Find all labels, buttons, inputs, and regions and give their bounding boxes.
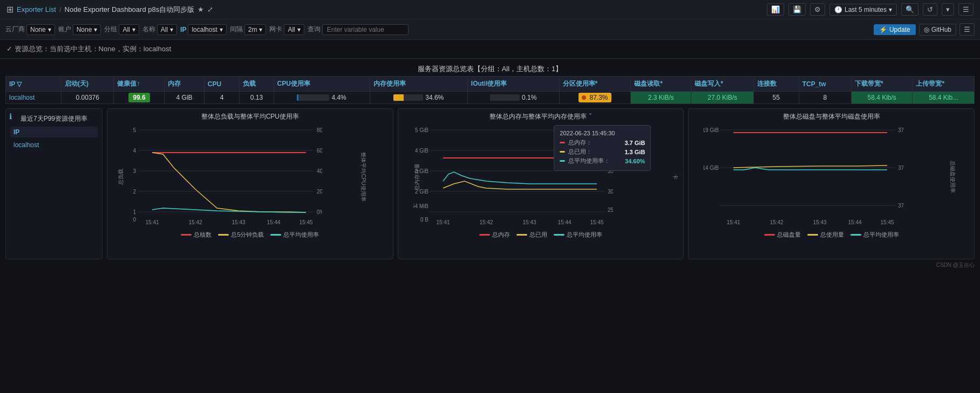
disk-legend-dot-used: [807, 234, 818, 236]
time-range-button[interactable]: 🕐 Last 5 minutes ▾: [829, 4, 897, 16]
mem-legend-label-used: 总已用: [529, 231, 547, 239]
update-label: Update: [889, 26, 910, 33]
cloud-value: None: [30, 26, 46, 33]
bar-chart-button[interactable]: 📊: [767, 3, 784, 16]
io-pct-label: 0.1%: [522, 94, 536, 101]
svg-text:4: 4: [133, 148, 136, 154]
breadcrumb-sep: /: [59, 5, 62, 13]
github-label: GitHub: [931, 26, 951, 33]
share-icon[interactable]: ⤢: [207, 5, 213, 13]
tooltip-time: 2022-06-23 15:45:30: [560, 130, 645, 136]
zoom-out-button[interactable]: 🔍: [901, 3, 918, 16]
update-button[interactable]: ⚡ Update: [874, 24, 916, 35]
header-right: 📊 💾 ⚙ 🕐 Last 5 minutes ▾ 🔍 ↺ ▾ ☰: [767, 3, 974, 16]
legend-item-cpu-avg: 总平均使用率: [270, 231, 319, 239]
cloud-select[interactable]: None ▾: [26, 24, 55, 35]
chevron-down-button[interactable]: ▾: [942, 3, 954, 16]
save-button[interactable]: 💾: [788, 3, 806, 16]
settings-button[interactable]: ⚙: [810, 3, 825, 16]
interval-select[interactable]: 2m ▾: [244, 24, 267, 35]
group-chevron: ▾: [132, 26, 135, 33]
interval-label: 间隔: [230, 25, 243, 34]
interval-chevron: ▾: [259, 26, 262, 33]
disk-legend-used: 总使用量: [807, 231, 844, 239]
refresh-button[interactable]: ↺: [923, 3, 937, 16]
col-download: 下载带宽*: [852, 77, 913, 92]
svg-text:80.0%: 80.0%: [317, 127, 322, 133]
memory-chart-title: 整体总内存与整体平均内存使用率 ˅: [403, 112, 679, 121]
disk-legend-label-used: 总使用量: [820, 231, 844, 239]
ip-list-header[interactable]: IP: [10, 127, 98, 137]
svg-text:5 GiB: 5 GiB: [415, 127, 428, 133]
query-label: 查询: [308, 25, 321, 34]
col-memory: 内存: [165, 77, 204, 92]
p99-panel: ℹ 最近7天P99资源使用率 IP localhost: [5, 108, 103, 259]
mem-legend-total: 总内存: [479, 231, 510, 239]
star-icon[interactable]: ★: [198, 5, 204, 13]
breadcrumb-part1: Exporter List: [17, 5, 56, 13]
svg-text:15:45: 15:45: [590, 219, 603, 225]
disk-legend-dot-total: [764, 234, 775, 236]
svg-text:60.0%: 60.0%: [317, 148, 322, 154]
nic-chevron: ▾: [297, 26, 301, 33]
svg-text:0%: 0%: [317, 209, 322, 215]
health-badge: 99.6: [128, 93, 149, 102]
account-select[interactable]: None ▾: [73, 24, 101, 35]
memory-tooltip: 2022-06-23 15:45:30 总内存： 3.7 GiB 总已用： 1.…: [554, 125, 651, 171]
group-label: 分组: [104, 25, 117, 34]
cpu-chart-panel: 整体总负载与整体平均CPU使用率 总负载 5 4 3 2 1 0: [107, 108, 393, 259]
mem-legend-used: 总已用: [516, 231, 547, 239]
cell-disk-write: 27.0 KiB/s: [691, 92, 754, 104]
tooltip-dot-used: [560, 151, 565, 153]
menu-button[interactable]: ☰: [958, 3, 974, 16]
cell-ip[interactable]: localhost: [6, 92, 62, 104]
svg-text:15:43: 15:43: [813, 219, 827, 225]
mem-legend-dot-total: [479, 234, 490, 236]
name-select[interactable]: All ▾: [157, 24, 177, 35]
tooltip-row-total: 总内存： 3.7 GiB: [560, 139, 645, 147]
svg-text:4 GiB: 4 GiB: [415, 148, 428, 154]
info-icon[interactable]: ℹ: [9, 112, 12, 121]
col-health[interactable]: 健康值↑: [114, 77, 165, 92]
cell-partition-pct: 87.3%: [559, 92, 631, 104]
query-input[interactable]: [322, 24, 409, 35]
clock-icon: 🕐: [834, 6, 842, 13]
ip-select[interactable]: localhost ▾: [188, 24, 226, 35]
tooltip-label-total: 总内存：: [568, 139, 592, 147]
github-button[interactable]: ◎ GitHub: [919, 24, 956, 36]
cell-health: 99.6: [114, 92, 165, 104]
tooltip-label-avg: 总平均使用率：: [568, 157, 610, 165]
partition-dot: [582, 95, 586, 100]
svg-text:15:42: 15:42: [479, 219, 493, 225]
svg-text:15:45: 15:45: [881, 219, 894, 225]
disk-svg: 19 GiB 14 GiB 37.3% 37.2% 37.1% 15:41 15…: [704, 125, 903, 227]
col-partition-pct: 分区使用率*: [559, 77, 631, 92]
tooltip-row-avg: 总平均使用率： 34.60%: [560, 157, 645, 165]
ip-chevron: ▾: [220, 26, 223, 33]
cell-cpu-pct: 4.4%: [274, 92, 370, 104]
account-chevron: ▾: [94, 26, 97, 33]
mem-legend-label-avg: 总平均使用率: [567, 231, 602, 239]
svg-text:40.0%: 40.0%: [317, 168, 322, 174]
svg-text:5: 5: [133, 127, 136, 133]
col-ip[interactable]: IP ▽: [6, 77, 62, 92]
cpu-chart-area: 总负载 5 4 3 2 1 0 80.0% 6: [112, 125, 389, 229]
svg-text:3: 3: [133, 168, 136, 174]
disk-chart-panel: 整体总磁盘与整体平均磁盘使用率 19 GiB 14 GiB 37.3% 37.2…: [688, 108, 975, 259]
name-chevron: ▾: [170, 26, 173, 33]
toolbar-cloud: 云厂商 None ▾: [5, 24, 55, 35]
col-uptime[interactable]: 启动(天): [62, 77, 114, 92]
memory-dropdown-icon[interactable]: ˅: [589, 113, 592, 120]
cell-mem-pct: 34.6%: [370, 92, 467, 104]
ip-list-item-localhost[interactable]: localhost: [10, 140, 98, 150]
svg-text:15:41: 15:41: [145, 219, 159, 225]
account-label: 账户: [58, 25, 71, 34]
hamburger-button[interactable]: ☰: [959, 23, 975, 36]
nic-select[interactable]: All ▾: [284, 24, 304, 35]
lightning-icon: ⚡: [879, 26, 887, 33]
col-cpu-pct: CPU使用率: [274, 77, 370, 92]
group-select[interactable]: All ▾: [119, 24, 139, 35]
svg-text:30.: 30.: [608, 189, 613, 195]
cell-load: 0.13: [240, 92, 274, 104]
svg-text:1: 1: [133, 209, 136, 215]
